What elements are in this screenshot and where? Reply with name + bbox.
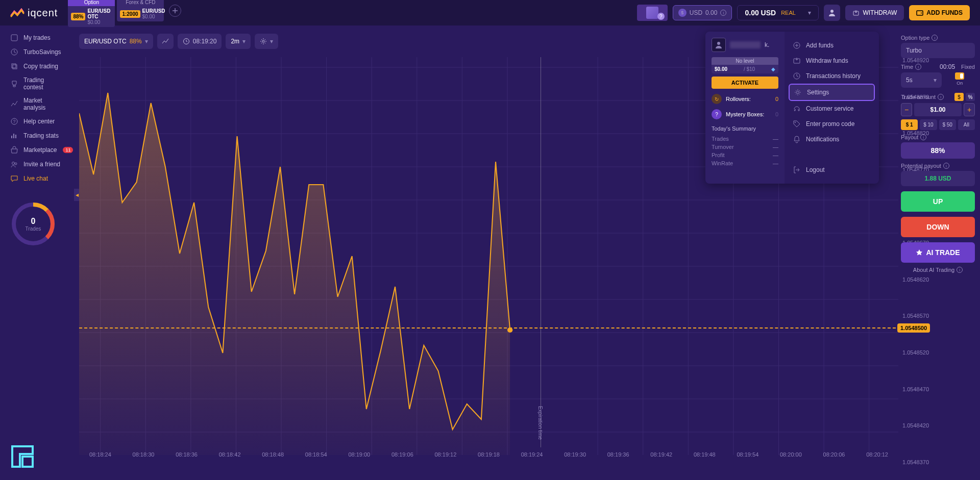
sidebar: My trades TurboSavings Copy trading Trad…	[0, 26, 74, 480]
time-select[interactable]: 5s▾	[901, 72, 942, 88]
bonus-currency: USD	[690, 9, 702, 16]
fixed-toggle[interactable]: On	[945, 72, 975, 88]
current-price-line	[79, 327, 901, 329]
sidebar-item-stats[interactable]: Trading stats	[0, 129, 74, 143]
y-tick: 1.0548370	[902, 459, 929, 465]
expiration-label: Expiration time	[537, 406, 543, 440]
menu-withdraw[interactable]: Withdraw funds	[789, 53, 875, 68]
menu-settings[interactable]: Settings	[789, 84, 875, 101]
info-icon[interactable]: i	[943, 163, 949, 169]
x-tick: 08:18:36	[176, 451, 198, 458]
time-value: 00:05	[940, 63, 955, 70]
asset-price: $0.00	[142, 14, 165, 19]
asset-tab-option[interactable]: Option 88% EUR/USD OTC $0.00	[68, 0, 115, 27]
profile-button[interactable]	[824, 5, 840, 21]
menu-transactions[interactable]: Transactions history	[789, 68, 875, 84]
about-ai-link[interactable]: About AI Tradingi	[901, 267, 975, 273]
sidebar-label: Copy trading	[23, 63, 58, 70]
amount-plus-button[interactable]: +	[964, 103, 975, 116]
timeframe-value: 2m	[231, 38, 239, 45]
sidebar-label: Live chat	[23, 175, 48, 182]
toggle-state: On	[957, 81, 963, 86]
asset-selector[interactable]: EUR/USD OTC 88% ▾	[79, 34, 153, 49]
menu-add-funds[interactable]: Add funds	[789, 38, 875, 53]
mystery-value: 0	[775, 111, 778, 117]
x-tick: 08:19:36	[607, 451, 629, 458]
withdraw-button[interactable]: WITHDRAW	[845, 5, 904, 20]
chevron-down-icon: ▾	[270, 38, 273, 45]
preset-all-button[interactable]: All	[958, 119, 975, 130]
sidebar-item-help[interactable]: ?Help center	[0, 114, 74, 129]
profile-dropdown: k. No level $0.00 / $10 ◆ ACTIVATE ↻ Rol…	[705, 32, 879, 184]
add-funds-button[interactable]: ADD FUNDS	[909, 5, 970, 20]
svg-point-3	[921, 13, 922, 14]
add-funds-label: ADD FUNDS	[926, 9, 963, 16]
trades-count: 0	[26, 217, 41, 226]
buy-up-button[interactable]: UP	[901, 191, 975, 212]
sidebar-label: Marketplace	[23, 146, 57, 154]
info-icon[interactable]: i	[915, 64, 921, 70]
x-tick: 08:18:24	[89, 451, 111, 458]
sidebar-label: My trades	[23, 34, 51, 41]
user-icon	[715, 41, 723, 49]
plus-circle-icon	[793, 41, 801, 49]
sidebar-item-turbosavings[interactable]: TurboSavings	[0, 45, 74, 59]
ai-icon	[916, 249, 923, 256]
bonus-balance[interactable]: $ USD 0.00 i	[673, 5, 732, 20]
preset-10-button[interactable]: $ 10	[920, 119, 937, 130]
ai-trade-button[interactable]: AI TRADE	[901, 242, 975, 263]
option-type-select[interactable]: Turbo	[901, 43, 975, 58]
sidebar-label: Trading contest	[23, 77, 64, 91]
info-icon[interactable]: i	[920, 134, 926, 140]
asset-price: $0.00	[87, 19, 112, 25]
withdraw-icon	[852, 9, 860, 16]
balance-selector[interactable]: 0.00 USD REAL ▾	[737, 5, 819, 20]
asset-tab-forex[interactable]: Forex & CFD 1:2000 EUR/USD $0.00	[117, 0, 164, 27]
sidebar-item-my-trades[interactable]: My trades	[0, 31, 74, 45]
info-icon[interactable]: i	[938, 94, 944, 100]
amount-input[interactable]: $1.00	[914, 103, 962, 116]
preset-50-button[interactable]: $ 50	[939, 119, 956, 130]
logout-icon	[793, 166, 801, 174]
payout-label: Payouti	[901, 134, 975, 140]
menu-notifications[interactable]: Notifications	[789, 132, 875, 147]
add-asset-button[interactable]	[169, 5, 181, 17]
rollovers-label: Rollovers:	[726, 96, 751, 102]
timeframe-selector[interactable]: 2m ▾	[226, 34, 251, 49]
menu-logout[interactable]: Logout	[789, 162, 875, 178]
chart-line-icon	[161, 37, 169, 45]
question-icon: ?	[657, 13, 665, 20]
svg-point-11	[15, 163, 17, 165]
sidebar-item-copy-trading[interactable]: Copy trading	[0, 59, 74, 73]
unit-dollar-button[interactable]: $	[954, 93, 964, 101]
fixed-label: Fixed	[961, 64, 975, 70]
svg-point-47	[717, 42, 720, 45]
time-select-value: 5s	[906, 77, 913, 84]
menu-customer-service[interactable]: Customer service	[789, 101, 875, 116]
amount-label: Trade amounti	[901, 94, 944, 100]
gear-icon	[260, 38, 267, 45]
y-tick: 1.0548470	[902, 386, 929, 392]
activate-button[interactable]: ACTIVATE	[712, 77, 778, 89]
info-icon[interactable]: i	[932, 35, 938, 41]
chart-settings-button[interactable]: ▾	[255, 34, 278, 49]
sidebar-item-invite[interactable]: Invite a friend	[0, 157, 74, 171]
svg-point-10	[12, 162, 15, 165]
chart-time-value: 08:19:20	[193, 38, 217, 45]
payout-value: 88%	[901, 142, 975, 159]
unit-percent-button[interactable]: %	[966, 93, 975, 101]
mystery-box-button[interactable]: ?	[637, 5, 668, 21]
level-progress: $0.00	[715, 66, 727, 72]
menu-promo[interactable]: Enter promo code	[789, 116, 875, 132]
sidebar-item-contest[interactable]: Trading contest	[0, 73, 74, 94]
user-icon	[828, 9, 836, 17]
buy-down-button[interactable]: DOWN	[901, 217, 975, 237]
sidebar-item-marketplace[interactable]: Marketplace11	[0, 143, 74, 157]
logo[interactable]: iqcent	[10, 7, 58, 19]
chart-type-button[interactable]	[157, 34, 174, 49]
profile-user-row: k.	[712, 38, 778, 52]
sidebar-item-livechat[interactable]: Live chat	[0, 171, 74, 186]
preset-1-button[interactable]: $ 1	[901, 119, 918, 130]
sidebar-item-analysis[interactable]: Market analysis	[0, 94, 74, 114]
amount-minus-button[interactable]: −	[901, 103, 912, 116]
